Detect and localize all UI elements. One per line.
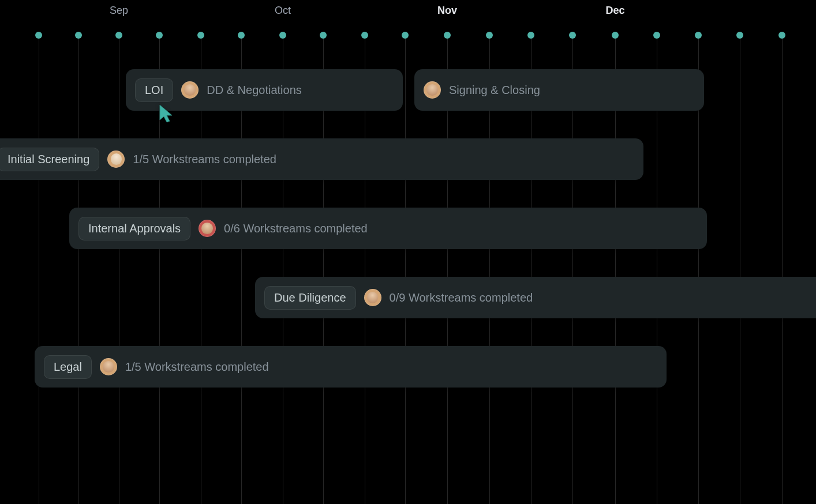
gantt-row: Legal 1/5 Workstreams completed (0, 346, 816, 415)
gantt-bar-due-diligence[interactable]: Due Diligence 0/9 Workstreams completed (255, 277, 816, 318)
gantt-row: Due Diligence 0/9 Workstreams completed (0, 277, 816, 346)
gantt-bar-loi[interactable]: LOI DD & Negotiations (126, 69, 403, 111)
grid-dot (115, 32, 122, 39)
gantt-row: Internal Approvals 0/6 Workstreams compl… (0, 208, 816, 277)
grid-dot (156, 32, 163, 39)
bar-text: 1/5 Workstreams completed (125, 360, 269, 374)
avatar (100, 358, 117, 375)
grid-dot (320, 32, 327, 39)
grid-dot (653, 32, 660, 39)
grid-dot (612, 32, 619, 39)
month-header: Sep Oct Nov Dec (0, 5, 816, 22)
grid-dot (778, 32, 785, 39)
grid-dot (279, 32, 286, 39)
gantt-bar-signing[interactable]: Signing & Closing (414, 69, 704, 111)
bar-text: Signing & Closing (449, 84, 540, 97)
gantt-rows: LOI DD & Negotiations Signing & Closing … (0, 69, 816, 415)
bar-label-pill: Internal Approvals (78, 217, 190, 240)
bar-label-pill: Legal (44, 355, 92, 379)
avatar (199, 220, 216, 237)
grid-dot (402, 32, 409, 39)
avatar (364, 289, 381, 306)
gantt-bar-internal-approvals[interactable]: Internal Approvals 0/6 Workstreams compl… (69, 208, 707, 249)
gantt-bar-legal[interactable]: Legal 1/5 Workstreams completed (35, 346, 667, 388)
grid-dot (35, 32, 42, 39)
month-label-oct: Oct (275, 5, 291, 17)
gantt-row: Initial Screening 1/5 Workstreams comple… (0, 138, 816, 208)
avatar (424, 81, 441, 99)
bar-text: DD & Negotiations (207, 84, 302, 97)
grid-dot (527, 32, 534, 39)
month-label-sep: Sep (110, 5, 128, 17)
bar-label-pill: Due Diligence (264, 286, 356, 310)
grid-dot (197, 32, 204, 39)
grid-dot (486, 32, 493, 39)
bar-text: 1/5 Workstreams completed (133, 153, 276, 166)
avatar (181, 81, 199, 99)
grid-dot (361, 32, 368, 39)
gantt-timeline: Sep Oct Nov Dec LOI DD & Negotiations Si… (0, 0, 816, 504)
grid-dot (238, 32, 245, 39)
month-label-nov: Nov (437, 5, 457, 17)
gantt-row: LOI DD & Negotiations Signing & Closing (0, 69, 816, 138)
grid-dot (695, 32, 702, 39)
avatar (107, 151, 125, 168)
grid-dot (444, 32, 451, 39)
bar-text: 0/9 Workstreams completed (390, 291, 533, 304)
grid-dot (569, 32, 576, 39)
bar-text: 0/6 Workstreams completed (224, 222, 368, 235)
gantt-bar-initial-screening[interactable]: Initial Screening 1/5 Workstreams comple… (0, 138, 643, 180)
month-label-dec: Dec (605, 5, 624, 17)
bar-label-pill: Initial Screening (0, 148, 99, 171)
grid-dot (75, 32, 82, 39)
bar-label-pill: LOI (135, 78, 173, 102)
grid-dot (736, 32, 743, 39)
